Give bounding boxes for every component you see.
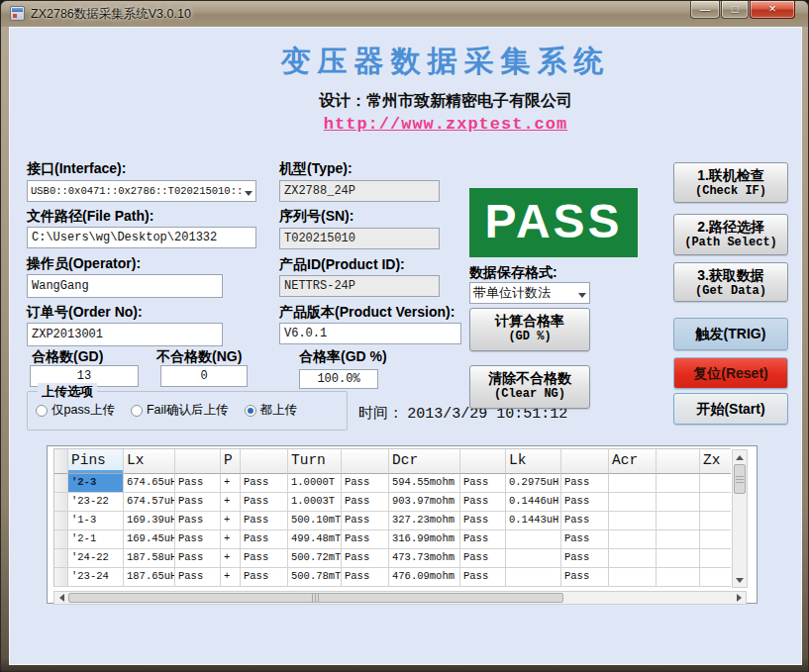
radio-fail-confirm-dot[interactable] [131, 405, 143, 417]
horizontal-scrollbar[interactable] [53, 591, 747, 605]
table-cell[interactable]: Pass [561, 512, 609, 530]
table-cell[interactable]: Pass [175, 549, 221, 568]
table-cell[interactable] [700, 549, 731, 568]
horizontal-scroll-thumb[interactable] [68, 593, 563, 603]
table-cell[interactable]: Pass [342, 530, 389, 549]
calc-rate-button[interactable]: 计算合格率 (GD %) [469, 308, 590, 351]
table-cell[interactable]: 594.55mohm [389, 474, 460, 493]
table-cell[interactable]: Pass [175, 493, 221, 512]
table-cell[interactable]: 903.97mohm [389, 493, 460, 512]
get-data-button[interactable]: 3.获取数据 (Get Data) [673, 262, 788, 302]
table-cell[interactable]: 1.0000T [288, 474, 342, 493]
table-cell[interactable] [700, 568, 731, 587]
row-header[interactable] [54, 530, 68, 549]
save-format-combobox[interactable]: 带单位计数法 [469, 282, 590, 304]
table-cell[interactable]: 187.65uH [124, 568, 175, 587]
table-cell[interactable]: 0.2975uH [506, 474, 561, 493]
column-header-blank[interactable] [342, 449, 389, 474]
sn-field[interactable] [279, 228, 440, 249]
table-cell[interactable]: Pass [460, 568, 506, 587]
interface-combobox[interactable]: USB0::0x0471::0x2786::T020215010::; [27, 180, 256, 202]
radio-upload-all-dot[interactable] [245, 405, 256, 417]
table-cell[interactable]: Pass [561, 530, 609, 549]
table-cell[interactable]: + [221, 549, 241, 568]
table-cell[interactable] [700, 512, 731, 530]
column-header-blank[interactable] [54, 449, 68, 474]
close-button[interactable]: × [750, 1, 795, 19]
table-cell[interactable] [700, 530, 731, 549]
start-button[interactable]: 开始(Start) [673, 393, 788, 425]
table-cell[interactable] [506, 549, 561, 568]
radio-pass-only-dot[interactable] [36, 405, 48, 417]
table-cell[interactable] [506, 530, 561, 549]
column-header-blank[interactable] [175, 449, 221, 474]
table-cell[interactable]: 500.72mT [288, 549, 342, 568]
website-link[interactable]: http://www.zxptest.com [259, 115, 632, 134]
table-cell[interactable]: Pass [241, 493, 288, 512]
table-cell[interactable]: Pass [460, 549, 506, 568]
table-cell[interactable]: 169.45uH [124, 530, 175, 549]
table-cell[interactable]: Pass [342, 568, 389, 587]
column-header-blank[interactable] [241, 449, 288, 474]
scroll-right-icon[interactable] [732, 592, 746, 604]
table-cell[interactable]: 316.99mohm [389, 530, 460, 549]
table-cell[interactable]: 674.57uH [124, 493, 175, 512]
table-cell[interactable]: '24-22 [68, 549, 124, 568]
chevron-down-icon[interactable] [575, 284, 589, 302]
product-version-field[interactable] [279, 323, 461, 344]
table-cell[interactable]: Pass [342, 493, 389, 512]
scroll-up-icon[interactable] [733, 450, 747, 464]
column-header-blank[interactable] [561, 449, 609, 474]
table-cell[interactable] [609, 474, 657, 493]
table-cell[interactable]: '2-1 [68, 530, 124, 549]
table-cell[interactable]: 500.10mT [288, 512, 342, 530]
table-cell[interactable]: Pass [460, 530, 506, 549]
table-cell[interactable]: Pass [561, 474, 609, 493]
ng-count-input[interactable] [160, 365, 248, 387]
column-header-acr[interactable]: Acr [609, 449, 657, 474]
table-cell[interactable]: 0.1443uH [506, 512, 561, 530]
trig-button[interactable]: 触发(TRIG) [673, 318, 788, 350]
column-header-p[interactable]: P [221, 449, 241, 474]
table-cell[interactable]: Pass [241, 474, 288, 493]
maximize-button[interactable]: □ [721, 1, 749, 19]
vertical-scrollbar[interactable] [732, 449, 748, 588]
column-header-turn[interactable]: Turn [288, 449, 342, 474]
table-cell[interactable]: 473.73mohm [389, 549, 460, 568]
vertical-scroll-thumb[interactable] [734, 464, 746, 494]
column-header-pins[interactable]: Pins [68, 449, 124, 474]
table-cell[interactable]: Pass [342, 512, 389, 530]
table-cell[interactable]: Pass [241, 512, 288, 530]
column-header-zx[interactable]: Zx [700, 449, 731, 474]
minimize-button[interactable]: — [690, 1, 720, 19]
table-cell[interactable]: Pass [561, 549, 609, 568]
table-cell[interactable] [657, 512, 700, 530]
operator-input[interactable] [27, 274, 223, 298]
table-cell[interactable]: 0.1446uH [506, 493, 561, 512]
file-path-input[interactable] [27, 227, 256, 248]
table-cell[interactable] [609, 549, 657, 568]
row-header[interactable] [54, 493, 68, 512]
table-cell[interactable]: + [221, 512, 241, 530]
table-cell[interactable]: Pass [175, 474, 221, 493]
table-cell[interactable]: Pass [460, 493, 506, 512]
table-cell[interactable] [609, 568, 657, 587]
row-header[interactable] [54, 549, 68, 568]
table-cell[interactable] [609, 512, 657, 530]
table-cell[interactable]: 476.09mohm [389, 568, 460, 587]
row-header[interactable] [54, 474, 68, 493]
table-cell[interactable]: '2-3 [68, 474, 124, 493]
radio-pass-only[interactable]: 仅pass上传 [36, 402, 115, 419]
table-cell[interactable]: '23-24 [68, 568, 124, 587]
table-cell[interactable] [657, 493, 700, 512]
table-cell[interactable] [657, 549, 700, 568]
table-cell[interactable]: + [221, 530, 241, 549]
table-cell[interactable]: 187.58uH [124, 549, 175, 568]
chevron-down-icon[interactable] [242, 182, 255, 200]
table-cell[interactable]: Pass [561, 568, 609, 587]
table-cell[interactable]: Pass [460, 474, 506, 493]
table-cell[interactable]: 169.39uH [124, 512, 175, 530]
order-no-input[interactable] [27, 323, 223, 346]
column-header-lk[interactable]: Lk [506, 449, 561, 474]
row-header[interactable] [54, 512, 68, 530]
